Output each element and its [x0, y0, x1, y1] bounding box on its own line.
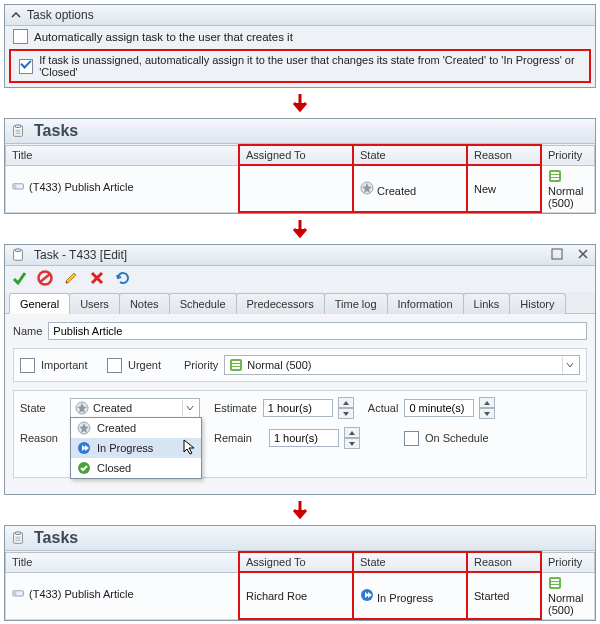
col-priority[interactable]: Priority [541, 145, 595, 165]
tasks-panel-before: Tasks Title Assigned To State Reason Pri… [4, 118, 596, 214]
tab-timelog[interactable]: Time log [324, 293, 388, 314]
task-editor-header: Task - T433 [Edit] [5, 245, 595, 266]
tasks-title-before: Tasks [34, 122, 78, 140]
state-label: State [20, 402, 64, 414]
tasks-title-after: Tasks [34, 529, 78, 547]
task-options-panel: Task options Automatically assign task t… [4, 4, 596, 88]
tab-bar: General Users Notes Schedule Predecessor… [5, 292, 595, 314]
tab-links[interactable]: Links [463, 293, 511, 314]
tab-predecessors[interactable]: Predecessors [236, 293, 325, 314]
col-assigned[interactable]: Assigned To [239, 552, 353, 572]
col-assigned[interactable]: Assigned To [239, 145, 353, 165]
tab-schedule[interactable]: Schedule [169, 293, 237, 314]
cursor-icon [182, 439, 198, 455]
task-editor-title: Task - T433 [Edit] [34, 248, 127, 262]
option-auto-assign-on-state-change[interactable]: If task is unassigned, automatically ass… [9, 49, 591, 83]
reason-label: Reason [20, 432, 64, 444]
cell-priority: Normal (500) [541, 165, 595, 212]
svg-rect-34 [551, 579, 559, 581]
priority-value: Normal (500) [247, 359, 311, 371]
actual-spinner[interactable] [479, 397, 495, 419]
important-label: Important [41, 359, 101, 371]
tasks-header-before: Tasks [5, 119, 595, 144]
checkbox-auto-assign-creator[interactable] [13, 29, 28, 44]
task-options-header[interactable]: Task options [5, 5, 595, 26]
tab-general[interactable]: General [9, 293, 70, 314]
cell-reason: Started [467, 572, 541, 619]
svg-rect-26 [15, 532, 20, 535]
tasks-header-after: Tasks [5, 526, 595, 551]
svg-rect-13 [15, 249, 20, 252]
cancel-icon[interactable] [37, 270, 53, 288]
option-auto-assign-creator[interactable]: Automatically assign task to the user th… [5, 26, 595, 47]
remain-label: Remain [214, 432, 252, 444]
checkbox-on-schedule[interactable] [404, 431, 419, 446]
task-editor-toolbar [5, 266, 595, 292]
save-icon[interactable] [11, 270, 27, 288]
col-reason[interactable]: Reason [467, 552, 541, 572]
priority-combo[interactable]: Normal (500) [224, 355, 580, 375]
refresh-icon[interactable] [115, 270, 131, 288]
tasks-table-after: Title Assigned To State Reason Priority … [5, 551, 595, 620]
cell-title: (T433) Publish Article [29, 588, 134, 600]
flow-arrow-icon [4, 92, 596, 114]
checkbox-important[interactable] [20, 358, 35, 373]
col-title[interactable]: Title [6, 552, 240, 572]
urgent-label: Urgent [128, 359, 178, 371]
col-reason[interactable]: Reason [467, 145, 541, 165]
task-editor-window: Task - T433 [Edit] General Users Notes S… [4, 244, 596, 495]
cell-state: Created [353, 165, 467, 212]
name-input[interactable] [48, 322, 587, 340]
cell-priority: Normal (500) [541, 572, 595, 619]
edit-icon[interactable] [63, 270, 79, 288]
table-row[interactable]: (T433) Publish Article Created New Norma… [6, 165, 595, 212]
state-option-closed[interactable]: Closed [71, 458, 201, 478]
checkbox-urgent[interactable] [107, 358, 122, 373]
tab-notes[interactable]: Notes [119, 293, 170, 314]
clipboard-icon [11, 124, 25, 138]
remain-spinner[interactable] [344, 427, 360, 449]
tab-information[interactable]: Information [387, 293, 464, 314]
tab-general-body: Name Important Urgent Priority Normal (5… [5, 314, 595, 494]
estimate-label: Estimate [214, 402, 257, 414]
cell-assigned: Richard Roe [239, 572, 353, 619]
on-schedule-label: On Schedule [425, 432, 489, 444]
col-priority[interactable]: Priority [541, 552, 595, 572]
task-options-title: Task options [27, 8, 94, 22]
cell-title: (T433) Publish Article [29, 181, 134, 193]
option-label-auto-assign-on-state-change: If task is unassigned, automatically ass… [39, 54, 581, 78]
tab-history[interactable]: History [509, 293, 565, 314]
state-combo[interactable]: Created [70, 398, 200, 418]
tasks-panel-after: Tasks Title Assigned To State Reason Pri… [4, 525, 596, 621]
state-option-created[interactable]: Created [71, 418, 201, 438]
checkbox-auto-assign-on-state-change[interactable] [19, 59, 33, 74]
svg-rect-11 [551, 178, 559, 180]
flow-arrow-icon [4, 218, 596, 240]
collapse-icon [11, 10, 21, 20]
state-value: Created [93, 402, 132, 414]
option-label-auto-assign-creator: Automatically assign task to the user th… [34, 31, 293, 43]
chevron-down-icon[interactable] [562, 357, 577, 373]
clipboard-icon [11, 531, 25, 545]
estimate-spinner[interactable] [338, 397, 354, 419]
col-state[interactable]: State [353, 552, 467, 572]
col-title[interactable]: Title [6, 145, 240, 165]
estimate-input[interactable] [263, 399, 333, 417]
close-icon[interactable] [577, 248, 589, 262]
task-icon [12, 589, 26, 603]
col-state[interactable]: State [353, 145, 467, 165]
tab-users[interactable]: Users [69, 293, 120, 314]
priority-label: Priority [184, 359, 218, 371]
table-row[interactable]: (T433) Publish Article Richard Roe In Pr… [6, 572, 595, 619]
actual-input[interactable] [404, 399, 474, 417]
svg-rect-35 [551, 582, 559, 584]
svg-rect-9 [551, 172, 559, 174]
chevron-down-icon[interactable] [182, 400, 197, 416]
cell-reason: New [467, 165, 541, 212]
remain-input[interactable] [269, 429, 339, 447]
svg-rect-31 [14, 591, 17, 595]
delete-icon[interactable] [89, 270, 105, 288]
maximize-icon[interactable] [551, 248, 563, 262]
clipboard-icon [11, 248, 25, 262]
cell-assigned [239, 165, 353, 212]
